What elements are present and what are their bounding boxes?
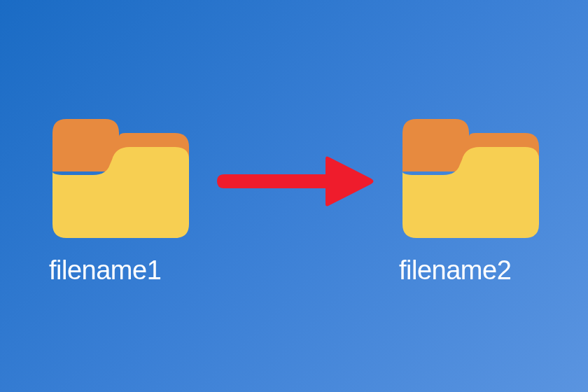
folder-icon	[46, 112, 192, 238]
destination-folder-group: filename2	[396, 112, 542, 286]
destination-folder-label: filename2	[396, 255, 511, 286]
arrow-icon	[214, 153, 374, 209]
rename-diagram: filename1 filename2	[0, 112, 588, 286]
source-folder-label: filename1	[46, 255, 161, 286]
source-folder-group: filename1	[46, 112, 192, 286]
folder-icon	[396, 112, 542, 238]
